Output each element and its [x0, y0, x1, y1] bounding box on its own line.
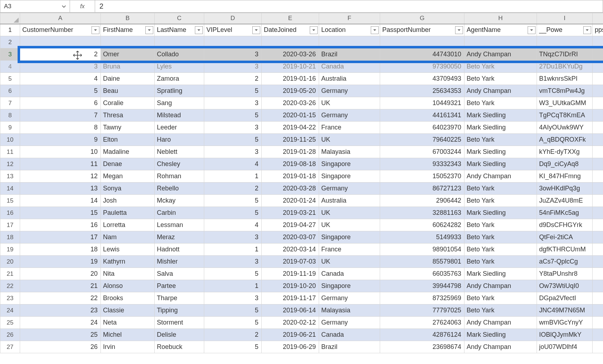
cell[interactable]: 1: [204, 244, 262, 256]
cell[interactable]: Roebuck: [155, 341, 204, 353]
cell[interactable]: 21: [20, 280, 101, 292]
cell[interactable]: 23698674: [380, 341, 464, 353]
row-header[interactable]: 8: [0, 109, 20, 122]
cell[interactable]: 67003244: [380, 146, 464, 158]
cell[interactable]: [262, 36, 319, 48]
cell[interactable]: [593, 97, 603, 109]
row-header[interactable]: 23: [0, 292, 20, 304]
cell[interactable]: UK: [319, 219, 380, 231]
cell[interactable]: [20, 36, 101, 48]
chevron-down-icon[interactable]: [62, 4, 66, 9]
column-header-G[interactable]: G: [380, 13, 464, 24]
cell[interactable]: [593, 329, 603, 341]
cell[interactable]: UK: [319, 97, 380, 109]
cell[interactable]: 2019-06-29: [262, 341, 319, 353]
cell[interactable]: Mark Siedling: [464, 109, 537, 122]
row-header[interactable]: 27: [0, 341, 20, 353]
cell[interactable]: W3_UUtkaGMM: [537, 97, 593, 109]
cell[interactable]: Carbin: [155, 207, 204, 219]
cell[interactable]: Collado: [155, 48, 204, 61]
cell[interactable]: Mishler: [155, 256, 204, 268]
cell[interactable]: 2020-03-14: [262, 244, 319, 256]
row-header[interactable]: 7: [0, 97, 20, 109]
cell[interactable]: Singapore: [319, 280, 380, 292]
cell[interactable]: TgPCqT8KmEA: [537, 109, 593, 122]
cell[interactable]: Sang: [155, 97, 204, 109]
cell[interactable]: 2020-03-28: [262, 183, 319, 195]
cell[interactable]: 3owHKdlPq3g: [537, 183, 593, 195]
cell[interactable]: Beto Yark: [464, 256, 537, 268]
row-header[interactable]: 11: [0, 146, 20, 158]
cell[interactable]: 2019-01-18: [262, 170, 319, 183]
cell[interactable]: 22: [20, 292, 101, 304]
select-all-corner[interactable]: [0, 13, 20, 24]
cell[interactable]: 98901054: [380, 244, 464, 256]
row-header[interactable]: 25: [0, 317, 20, 329]
cell[interactable]: Rohman: [155, 170, 204, 183]
cell[interactable]: 2019-05-20: [262, 85, 319, 97]
row-header[interactable]: 26: [0, 329, 20, 341]
cell[interactable]: 17: [20, 231, 101, 244]
column-header-D[interactable]: D: [204, 13, 262, 24]
cell[interactable]: Tawny: [101, 122, 155, 134]
cell[interactable]: Denae: [101, 158, 155, 170]
cell[interactable]: JuZAZv4U8mE: [537, 195, 593, 207]
table-column-header[interactable]: __Powe: [537, 24, 593, 36]
cell[interactable]: 97390050: [380, 61, 464, 73]
row-header[interactable]: 10: [0, 134, 20, 146]
cell[interactable]: 54nFiMKc5ag: [537, 207, 593, 219]
cell[interactable]: Omer: [101, 48, 155, 61]
cell[interactable]: [593, 48, 603, 61]
cell[interactable]: 79640225: [380, 134, 464, 146]
cell[interactable]: Brazil: [319, 48, 380, 61]
table-column-header[interactable]: AgentName: [464, 24, 537, 36]
cell[interactable]: Mark Siedling: [464, 207, 537, 219]
cell[interactable]: [593, 304, 603, 317]
cell[interactable]: Bruna: [101, 61, 155, 73]
filter-dropdown-button[interactable]: [583, 26, 591, 34]
row-header[interactable]: 1: [0, 24, 20, 36]
cell[interactable]: Spratling: [155, 85, 204, 97]
cell[interactable]: [593, 317, 603, 329]
cell[interactable]: Mark Siedling: [464, 268, 537, 280]
cell[interactable]: 2019-10-20: [262, 280, 319, 292]
cell[interactable]: vmTC8mPw4Jg: [537, 85, 593, 97]
cell[interactable]: Beau: [101, 85, 155, 97]
cell[interactable]: 2019-10-21: [262, 61, 319, 73]
cell[interactable]: 5: [204, 109, 262, 122]
cell[interactable]: 5: [204, 85, 262, 97]
cell[interactable]: 1: [204, 280, 262, 292]
cell[interactable]: Zamora: [155, 73, 204, 85]
cell[interactable]: [593, 122, 603, 134]
cell[interactable]: [593, 109, 603, 122]
cell[interactable]: 43709493: [380, 73, 464, 85]
cell[interactable]: 9: [20, 134, 101, 146]
row-header[interactable]: 21: [0, 268, 20, 280]
cell[interactable]: 2020-02-12: [262, 317, 319, 329]
cell[interactable]: Beto Yark: [464, 195, 537, 207]
cell[interactable]: 2020-03-07: [262, 231, 319, 244]
cell[interactable]: Mark Siedling: [464, 146, 537, 158]
cell[interactable]: 2019-08-18: [262, 158, 319, 170]
cell[interactable]: 2019-11-19: [262, 268, 319, 280]
cell[interactable]: 10449321: [380, 97, 464, 109]
cell[interactable]: [380, 36, 464, 48]
cell[interactable]: [593, 146, 603, 158]
cell[interactable]: Mark Siedling: [464, 122, 537, 134]
cell[interactable]: Salva: [155, 268, 204, 280]
cell[interactable]: [593, 36, 603, 48]
cell[interactable]: Beto Yark: [464, 304, 537, 317]
cell[interactable]: 2019-01-16: [262, 73, 319, 85]
cell[interactable]: 2: [20, 48, 101, 61]
cell[interactable]: 86727123: [380, 183, 464, 195]
cell[interactable]: 23: [20, 304, 101, 317]
filter-dropdown-button[interactable]: [92, 26, 99, 34]
cell[interactable]: Australia: [319, 73, 380, 85]
table-column-header[interactable]: CustomerNumber: [20, 24, 101, 36]
cell[interactable]: 2019-03-21: [262, 207, 319, 219]
cell[interactable]: A_qBDQROXFk: [537, 134, 593, 146]
column-header-F[interactable]: F: [319, 13, 380, 24]
name-box[interactable]: A3: [0, 0, 70, 13]
cell[interactable]: 2019-06-21: [262, 329, 319, 341]
cell[interactable]: Brazil: [319, 341, 380, 353]
